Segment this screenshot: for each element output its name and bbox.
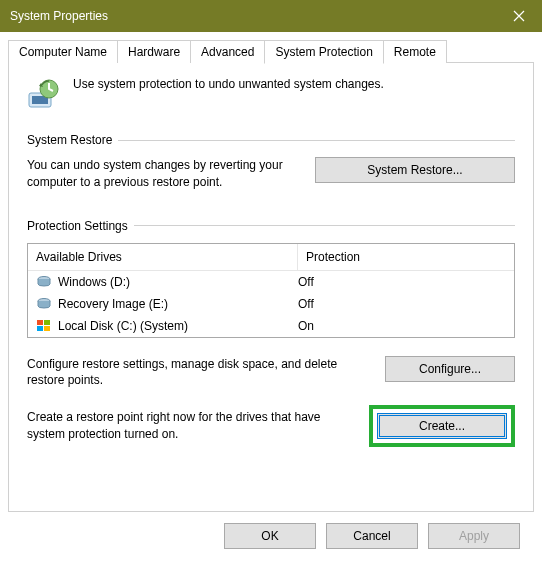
cancel-button[interactable]: Cancel <box>326 523 418 549</box>
drive-name: Windows (D:) <box>58 275 130 289</box>
col-header-protection[interactable]: Protection <box>298 244 514 271</box>
drive-name: Recovery Image (E:) <box>58 297 168 311</box>
create-button[interactable]: Create... <box>377 413 507 439</box>
apply-button: Apply <box>428 523 520 549</box>
drive-icon <box>36 318 52 334</box>
drive-row[interactable]: Windows (D:)Off <box>28 271 514 293</box>
svg-rect-8 <box>37 326 43 331</box>
drive-icon <box>36 296 52 312</box>
section-title-protection: Protection Settings <box>27 219 128 233</box>
dialog-buttons: OK Cancel Apply <box>8 513 534 563</box>
drive-row[interactable]: Recovery Image (E:)Off <box>28 293 514 315</box>
drive-protection: On <box>298 319 506 333</box>
configure-button[interactable]: Configure... <box>385 356 515 382</box>
tab-system-protection[interactable]: System Protection <box>264 40 383 64</box>
configure-desc: Configure restore settings, manage disk … <box>27 356 365 390</box>
drive-protection: Off <box>298 297 506 311</box>
create-desc: Create a restore point right now for the… <box>27 409 349 443</box>
section-title-restore: System Restore <box>27 133 112 147</box>
drive-icon <box>36 274 52 290</box>
drives-table: Available Drives Protection Windows (D:)… <box>27 243 515 338</box>
svg-rect-9 <box>44 326 50 331</box>
svg-rect-6 <box>37 320 43 325</box>
create-highlight: Create... <box>369 405 515 447</box>
tab-hardware[interactable]: Hardware <box>117 40 191 63</box>
tab-advanced[interactable]: Advanced <box>190 40 265 63</box>
titlebar: System Properties <box>0 0 542 32</box>
ok-button[interactable]: OK <box>224 523 316 549</box>
tab-computer-name[interactable]: Computer Name <box>8 40 118 63</box>
intro-text: Use system protection to undo unwanted s… <box>73 77 384 91</box>
drive-protection: Off <box>298 275 506 289</box>
window-title: System Properties <box>10 9 108 23</box>
close-icon <box>513 10 525 22</box>
col-header-drives[interactable]: Available Drives <box>28 244 298 271</box>
tab-strip: Computer Name Hardware Advanced System P… <box>8 40 534 63</box>
restore-desc: You can undo system changes by reverting… <box>27 157 295 191</box>
close-button[interactable] <box>496 0 542 32</box>
divider <box>118 140 515 141</box>
svg-rect-7 <box>44 320 50 325</box>
drive-name: Local Disk (C:) (System) <box>58 319 188 333</box>
divider <box>134 225 515 226</box>
system-protection-icon <box>27 77 59 109</box>
tab-remote[interactable]: Remote <box>383 40 447 63</box>
system-restore-button[interactable]: System Restore... <box>315 157 515 183</box>
tab-panel: Use system protection to undo unwanted s… <box>8 62 534 512</box>
drive-row[interactable]: Local Disk (C:) (System)On <box>28 315 514 337</box>
